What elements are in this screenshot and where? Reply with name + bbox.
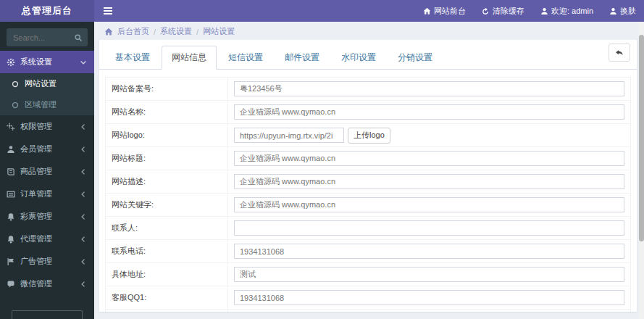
sidebar-item-label: 微信管理	[20, 278, 52, 289]
search-icon[interactable]	[74, 33, 83, 42]
form-row-field	[228, 170, 631, 194]
navbar-item-change-skin[interactable]: 换肤	[601, 6, 644, 17]
breadcrumb-item-2[interactable]: 网站设置	[203, 26, 235, 37]
form-input-3[interactable]	[234, 151, 624, 166]
form-row-field	[228, 263, 631, 286]
sidebar-item-label: 代理管理	[20, 233, 52, 244]
sidebar-menu-item: 会员管理	[0, 138, 94, 160]
form-row: 客服QQ2:	[106, 310, 631, 312]
circle-icon	[11, 101, 20, 109]
sidebar: 系统设置网站设置区域管理权限管理会员管理商品管理订单管理彩票管理代理管理广告管理…	[0, 22, 94, 319]
form-input-6[interactable]	[234, 220, 624, 236]
breadcrumb-item-0[interactable]: 后台首页	[117, 26, 149, 37]
sidebar-item-label: 系统设置	[20, 57, 52, 67]
navbar-item-label: 欢迎: admin	[551, 6, 593, 17]
form-input-1[interactable]	[234, 104, 624, 120]
navbar-item-site-front[interactable]: 网站前台	[415, 6, 474, 17]
form-row-label: 网站logo:	[106, 124, 228, 147]
scrollbar-thumb[interactable]	[639, 35, 644, 241]
sidebar-menu-item: 订单管理	[0, 183, 94, 205]
sidebar-subitem-label: 网站设置	[25, 78, 57, 89]
user-icon	[540, 7, 548, 15]
sidebar-menu-item: 商品管理	[0, 160, 94, 183]
sidebar-item-4[interactable]: 订单管理	[0, 183, 94, 205]
sidebar-item-label: 订单管理	[20, 188, 52, 199]
form-row: 具体地址:	[106, 263, 631, 286]
back-button[interactable]	[609, 44, 630, 62]
skin-icon	[609, 7, 617, 15]
sidebar-toggle-button[interactable]	[94, 0, 122, 22]
form-input-4[interactable]	[234, 174, 624, 189]
sidebar-menu: 系统设置网站设置区域管理权限管理会员管理商品管理订单管理彩票管理代理管理广告管理…	[0, 51, 94, 295]
page-scrollbar[interactable]	[639, 22, 644, 319]
chevron-left-icon	[79, 190, 88, 199]
navbar-item-clear-cache[interactable]: 清除缓存	[474, 6, 532, 17]
sidebar-menu-item: 代理管理	[0, 228, 94, 250]
form-input-0[interactable]	[234, 81, 624, 96]
refresh-icon	[482, 7, 490, 15]
tab-4[interactable]: 水印设置	[331, 46, 386, 70]
search-input[interactable]	[12, 33, 74, 43]
navbar-item-welcome[interactable]: 欢迎: admin	[532, 6, 601, 17]
tab-0[interactable]: 基本设置	[105, 46, 160, 70]
flag-icon	[7, 257, 15, 266]
sidebar-submenu-item: 区域管理	[0, 94, 94, 115]
sidebar-item-2[interactable]: 会员管理	[0, 138, 94, 160]
breadcrumb-item-1[interactable]: 系统设置	[160, 26, 192, 37]
tab-3[interactable]: 邮件设置	[275, 46, 330, 70]
sidebar-subitem-label: 区域管理	[25, 99, 57, 110]
tabs: 基本设置网站信息短信设置邮件设置水印设置分销设置	[105, 46, 631, 69]
sidebar-item-0[interactable]: 系统设置	[0, 51, 94, 73]
main-content: 后台首页/系统设置/网站设置 基本设置网站信息短信设置邮件设置水印设置分销设置 …	[94, 22, 644, 319]
sidebar-item-1[interactable]: 权限管理	[0, 115, 94, 138]
sidebar-item-7[interactable]: 广告管理	[0, 250, 94, 273]
sidebar-bottom-box	[12, 310, 83, 319]
form-row-label: 联系人:	[106, 217, 228, 240]
form-row-label: 客服QQ2:	[106, 310, 228, 312]
sidebar-subitem-0[interactable]: 网站设置	[0, 73, 94, 94]
form-row-field	[228, 194, 631, 217]
app-logo[interactable]: 总管理后台	[0, 0, 94, 22]
sidebar-item-label: 广告管理	[20, 256, 52, 267]
sidebar-item-8[interactable]: 微信管理	[0, 273, 94, 295]
form-row-field	[228, 240, 631, 263]
tab-5[interactable]: 分销设置	[388, 46, 443, 70]
form-input-8[interactable]	[234, 267, 624, 282]
hamburger-icon	[104, 6, 112, 16]
form-row: 客服QQ1:	[106, 286, 631, 310]
site-logo-input[interactable]	[234, 128, 344, 143]
form-row-field	[228, 78, 631, 101]
upload-logo-button[interactable]: 上传logo	[348, 128, 390, 144]
sidebar-menu-item: 系统设置网站设置区域管理	[0, 51, 94, 115]
tab-1[interactable]: 网站信息	[162, 46, 217, 70]
form-row-label: 网站描述:	[106, 170, 228, 194]
form-input-5[interactable]	[234, 197, 624, 212]
form-row: 网站备案号:	[106, 78, 631, 101]
form-row: 网站logo:上传logo	[106, 124, 631, 147]
cogs-icon	[7, 123, 15, 131]
chevron-down-icon	[79, 58, 88, 67]
chevron-left-icon	[79, 123, 88, 131]
form-input-9[interactable]	[234, 290, 624, 305]
navbar-item-label: 网站前台	[434, 6, 466, 17]
breadcrumb-separator: /	[196, 28, 198, 36]
sidebar-item-label: 会员管理	[20, 144, 52, 154]
sidebar-item-6[interactable]: 代理管理	[0, 228, 94, 250]
tab-2[interactable]: 短信设置	[218, 46, 273, 70]
sidebar-search	[7, 28, 88, 46]
form-input-7[interactable]	[234, 244, 624, 259]
form-row: 网站描述:	[106, 170, 631, 194]
form-row-label: 具体地址:	[106, 263, 228, 286]
form-row-label: 客服QQ1:	[106, 286, 228, 310]
breadcrumb: 后台首页/系统设置/网站设置	[94, 22, 644, 41]
chevron-left-icon	[79, 212, 88, 221]
navbar-right-menu: 网站前台清除缓存欢迎: admin换肤	[415, 6, 644, 17]
form-row-label: 联系电话:	[106, 240, 228, 263]
sidebar-item-5[interactable]: 彩票管理	[0, 205, 94, 228]
form-row: 网站名称:	[106, 101, 631, 124]
form-row-label: 网站备案号:	[106, 78, 228, 101]
sidebar-subitem-1[interactable]: 区域管理	[0, 94, 94, 115]
form-row-label: 网站关键字:	[106, 194, 228, 217]
form-row-field: 上传logo	[228, 124, 631, 147]
sidebar-item-3[interactable]: 商品管理	[0, 160, 94, 183]
